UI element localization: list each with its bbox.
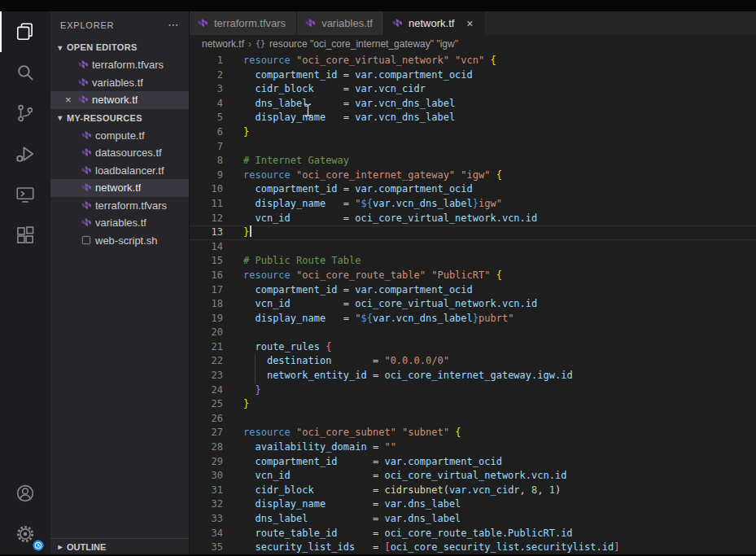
line-number[interactable]: 25 [190,397,223,412]
line-number[interactable]: 32 [190,497,223,512]
code-line-24[interactable]: 24 } [190,383,756,398]
file-item-network.tf[interactable]: network.tf [50,179,189,197]
code-line-34[interactable]: 34 route_table_id = oci_core_route_table… [190,527,756,541]
activity-run-debug-icon[interactable] [0,134,50,174]
code-line-13[interactable]: 13} [190,225,756,240]
line-number[interactable]: 2 [190,68,223,83]
line-number[interactable]: 34 [190,527,223,541]
open-editors-header[interactable]: ▾ OPEN EDITORS [50,38,189,56]
file-item-datasources.tf[interactable]: datasources.tf [50,144,189,162]
activity-account-icon[interactable] [0,473,50,514]
line-number[interactable]: 11 [190,197,223,212]
line-number[interactable]: 1 [190,54,223,68]
folder-header[interactable]: ▾ MY-RESOURCES [50,109,189,127]
line-number[interactable]: 24 [190,383,223,398]
code-line-3[interactable]: 3 cidr_block = var.vcn_cidr [190,82,756,97]
line-number[interactable]: 12 [190,212,223,226]
breadcrumb-symbol[interactable]: resource "oci_core_internet_gateway" "ig… [269,38,458,50]
code-line-11[interactable]: 11 display_name = "${var.vcn_dns_label}i… [190,197,756,212]
code-line-20[interactable]: 20 [190,326,756,340]
open-editor-item-terraform.tfvars[interactable]: terraform.tfvars [50,56,189,74]
tab-variables.tf[interactable]: variables.tf [297,11,384,35]
line-number[interactable]: 33 [190,512,223,527]
line-number[interactable]: 13 [190,225,223,240]
tab-terraform.tfvars[interactable]: terraform.tfvars [190,11,297,35]
line-number[interactable]: 3 [190,82,223,97]
file-item-compute.tf[interactable]: compute.tf [50,127,189,145]
close-icon[interactable]: × [65,94,78,106]
code-line-33[interactable]: 33 dns_label = var.dns_label [190,512,756,527]
open-editor-item-variables.tf[interactable]: variables.tf [50,74,189,92]
code-line-4[interactable]: 4 dns_label = var.vcn_dns_label [190,97,756,112]
line-number[interactable]: 20 [190,326,223,340]
line-number[interactable]: 5 [190,111,223,125]
line-number[interactable]: 7 [190,140,223,155]
activity-remote-explorer-icon[interactable] [0,174,50,215]
file-item-terraform.tfvars[interactable]: terraform.tfvars [50,197,189,215]
file-item-loadbalancer.tf[interactable]: loadbalancer.tf [50,162,189,180]
code-line-7[interactable]: 7 [190,140,756,155]
code-line-28[interactable]: 28 availability_domain = "" [190,440,756,455]
code-line-18[interactable]: 18 vcn_id = oci_core_virtual_network.vcn… [190,297,756,312]
line-number[interactable]: 22 [190,354,223,369]
line-number[interactable]: 15 [190,254,223,269]
line-number[interactable]: 17 [190,283,223,298]
code-line-27[interactable]: 27resource "oci_core_subnet" "subnet" { [190,426,756,440]
line-number[interactable]: 14 [190,240,223,255]
code-line-6[interactable]: 6} [190,125,756,140]
line-number[interactable]: 28 [190,440,223,455]
code-line-35[interactable]: 35 security_list_ids = [oci_core_securit… [190,541,756,554]
code-line-14[interactable]: 14 [190,240,756,255]
breadcrumb-file[interactable]: network.tf [202,38,244,50]
tab-network.tf[interactable]: network.tf× [384,11,484,35]
code-line-17[interactable]: 17 compartment_id = var.compartment_ocid [190,283,756,298]
code-line-19[interactable]: 19 display_name = "${var.vcn_dns_label}p… [190,312,756,326]
line-number[interactable]: 9 [190,169,223,183]
code-line-23[interactable]: 23 network_entity_id = oci_core_internet… [190,369,756,383]
code-line-16[interactable]: 16resource "oci_core_route_table" "Publi… [190,269,756,283]
line-number[interactable]: 16 [190,269,223,283]
line-number[interactable]: 35 [190,541,223,554]
line-number[interactable]: 10 [190,182,223,197]
code-line-8[interactable]: 8# Internet Gateway [190,154,756,169]
line-number[interactable]: 30 [190,469,223,484]
line-number[interactable]: 29 [190,455,223,470]
code-line-31[interactable]: 31 cidr_block = cidrsubnet(var.vcn_cidr,… [190,484,756,498]
line-number[interactable]: 23 [190,369,223,383]
code-line-15[interactable]: 15# Public Route Table [190,254,756,269]
file-item-web-script.sh[interactable]: web-script.sh [50,232,189,250]
code-line-26[interactable]: 26 [190,412,756,427]
line-number[interactable]: 8 [190,154,223,169]
outline-header[interactable]: ▸ OUTLINE [50,538,189,554]
activity-settings-icon[interactable] [0,514,50,554]
line-number[interactable]: 19 [190,312,223,326]
activity-search-icon[interactable] [0,52,50,93]
activity-source-control-icon[interactable] [0,93,50,134]
open-editor-item-network.tf[interactable]: ×network.tf [50,91,189,109]
activity-explorer-icon[interactable] [0,11,50,52]
code-line-29[interactable]: 29 compartment_id = var.compartment_ocid [190,455,756,470]
code-line-12[interactable]: 12 vcn_id = oci_core_virtual_network.vcn… [190,212,756,226]
line-number[interactable]: 18 [190,297,223,312]
code-line-32[interactable]: 32 display_name = var.dns_label [190,497,756,512]
code-line-5[interactable]: 5 display_name = var.vcn_dns_label [190,111,756,125]
code-line-9[interactable]: 9resource "oci_core_internet_gateway" "i… [190,169,756,183]
line-number[interactable]: 21 [190,340,223,355]
line-number[interactable]: 4 [190,97,223,112]
line-number[interactable]: 26 [190,412,223,427]
close-icon[interactable]: × [464,17,475,30]
line-number[interactable]: 31 [190,484,223,498]
code-line-21[interactable]: 21 route_rules { [190,340,756,355]
file-item-variables.tf[interactable]: variables.tf [50,214,189,232]
code-line-22[interactable]: 22 destination = "0.0.0.0/0" [190,354,756,369]
code-line-1[interactable]: 1resource "oci_core_virtual_network" "vc… [190,54,756,68]
code-line-25[interactable]: 25} [190,397,756,412]
line-number[interactable]: 6 [190,125,223,140]
code-line-2[interactable]: 2 compartment_id = var.compartment_ocid [190,68,756,83]
more-actions-icon[interactable]: ⋯ [168,19,179,31]
code-line-30[interactable]: 30 vcn_id = oci_core_virtual_network.vcn… [190,469,756,484]
line-number[interactable]: 27 [190,426,223,440]
code-line-10[interactable]: 10 compartment_id = var.compartment_ocid [190,182,756,197]
activity-extensions-icon[interactable] [0,215,50,256]
code-editor[interactable]: 1resource "oci_core_virtual_network" "vc… [190,52,756,554]
